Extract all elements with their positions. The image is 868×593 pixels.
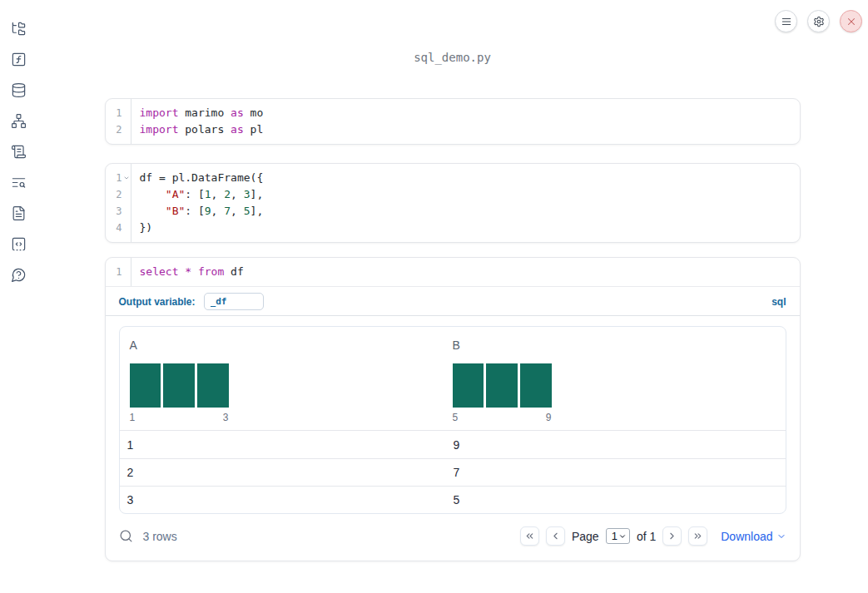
table-cell: 5 — [453, 493, 779, 507]
histogram-bar[interactable] — [520, 363, 552, 408]
sidebar-item-datasources[interactable] — [10, 82, 27, 98]
table-header: A13B59 — [120, 327, 786, 431]
histogram-min-label: 5 — [453, 412, 459, 423]
table-output: A13B59 192735 3 rows — [106, 316, 800, 561]
sidebar-item-snippets[interactable] — [10, 235, 27, 252]
pagination: Page 1 of 1 Download — [520, 526, 786, 546]
page-select[interactable]: 1 — [606, 528, 630, 544]
prev-page-button[interactable] — [546, 526, 565, 546]
histogram-range-labels: 59 — [453, 412, 552, 423]
line-number: 4 — [116, 220, 122, 236]
sidebar — [0, 0, 37, 593]
histogram-min-label: 1 — [130, 412, 136, 423]
chevrons-right-icon — [692, 531, 703, 541]
page-select-value: 1 — [612, 530, 618, 542]
table-cell: 1 — [126, 438, 453, 452]
notebook-title[interactable]: sql_demo.py — [105, 0, 801, 64]
code-line[interactable]: }) — [140, 220, 800, 236]
sql-cell-footer: Output variable: sql — [106, 287, 800, 316]
table-cell: 2 — [126, 466, 453, 479]
sidebar-item-logs[interactable] — [10, 143, 27, 160]
table-column-summary: B59 — [453, 339, 776, 423]
notebook: sql_demo.py 12import marimo as moimport … — [37, 0, 868, 561]
sidebar-item-help[interactable] — [10, 266, 27, 283]
sidebar-item-variables[interactable] — [10, 51, 27, 67]
line-number-gutter: 1234 — [106, 164, 131, 242]
column-histogram — [130, 363, 229, 408]
line-number: 3 — [116, 203, 122, 220]
line-number-gutter: 12 — [106, 99, 131, 144]
table-row[interactable]: 27 — [120, 458, 786, 486]
chevron-left-icon — [550, 531, 561, 541]
line-number: 2 — [116, 121, 122, 138]
line-number-gutter: 1 — [106, 258, 131, 286]
dependency-graph-icon — [11, 113, 27, 129]
column-histogram — [453, 363, 552, 408]
table-cell: 9 — [453, 438, 779, 452]
code-line[interactable]: import polars as pl — [140, 121, 800, 138]
output-variable-input[interactable] — [204, 293, 264, 310]
sidebar-item-file-explorer[interactable] — [10, 20, 27, 37]
code-line[interactable]: import marimo as mo — [140, 105, 800, 121]
histogram-bar[interactable] — [453, 363, 484, 408]
code-editor[interactable]: 1234df = pl.DataFrame({ "A": [1, 2, 3], … — [106, 164, 800, 242]
page-of-label: of 1 — [637, 530, 656, 543]
table-row[interactable]: 19 — [120, 431, 786, 458]
code-line[interactable]: "B": [9, 7, 5], — [140, 203, 800, 220]
code-line[interactable]: df = pl.DataFrame({ — [140, 170, 800, 186]
histogram-bar[interactable] — [163, 363, 195, 408]
column-name: A — [130, 339, 453, 352]
code-cell-imports[interactable]: 12import marimo as moimport polars as pl — [105, 98, 801, 145]
column-name: B — [453, 339, 776, 352]
last-page-button[interactable] — [688, 526, 707, 546]
histogram-max-label: 3 — [223, 412, 229, 423]
fold-chevron-icon[interactable] — [123, 175, 130, 181]
function-square-icon — [11, 52, 27, 67]
first-page-button[interactable] — [520, 526, 539, 546]
line-number: 2 — [116, 186, 122, 203]
line-number: 1 — [116, 264, 122, 280]
table-body: 192735 — [120, 431, 786, 513]
chevron-right-icon — [667, 531, 677, 541]
chevron-down-icon — [618, 532, 627, 541]
table-row[interactable]: 35 — [120, 486, 786, 513]
histogram-bar[interactable] — [130, 363, 161, 408]
table-cell: 3 — [126, 493, 453, 507]
sidebar-item-dependencies[interactable] — [10, 112, 27, 129]
code-cell-dataframe[interactable]: 1234df = pl.DataFrame({ "A": [1, 2, 3], … — [105, 163, 801, 243]
sql-editor[interactable]: 1select * from df — [106, 258, 800, 287]
sidebar-item-outline[interactable] — [10, 174, 27, 190]
download-label: Download — [721, 530, 772, 543]
search-list-icon — [11, 175, 27, 190]
download-button[interactable]: Download — [721, 530, 786, 543]
code-editor[interactable]: 12import marimo as moimport polars as pl — [106, 99, 800, 144]
help-icon — [11, 267, 27, 283]
page-label: Page — [572, 530, 599, 543]
output-variable-label: Output variable: — [119, 296, 196, 308]
sql-cell: 1select * from df Output variable: sql A… — [105, 257, 801, 561]
chevron-down-icon — [776, 531, 786, 541]
sidebar-item-documentation[interactable] — [10, 205, 27, 221]
chevrons-left-icon — [524, 531, 535, 541]
histogram-bar[interactable] — [197, 363, 229, 408]
sql-language-badge[interactable]: sql — [771, 296, 786, 308]
table-column-summary: A13 — [130, 339, 453, 423]
search-icon[interactable] — [119, 529, 133, 543]
file-tree-icon — [11, 21, 27, 37]
line-number: 1 — [116, 105, 122, 121]
table-footer: 3 rows Page 1 of 1 — [119, 514, 786, 549]
data-table: A13B59 192735 — [119, 326, 786, 514]
snippets-icon — [11, 236, 27, 252]
database-icon — [11, 82, 27, 98]
document-icon — [11, 205, 27, 221]
table-cell: 7 — [453, 466, 779, 479]
code-line[interactable]: "A": [1, 2, 3], — [140, 186, 800, 203]
next-page-button[interactable] — [662, 526, 682, 546]
scroll-icon — [11, 144, 27, 160]
histogram-max-label: 9 — [546, 412, 552, 423]
histogram-range-labels: 13 — [130, 412, 229, 423]
line-number: 1 — [116, 170, 122, 186]
histogram-bar[interactable] — [486, 363, 518, 408]
code-line[interactable]: select * from df — [140, 264, 800, 280]
row-count: 3 rows — [143, 530, 177, 543]
